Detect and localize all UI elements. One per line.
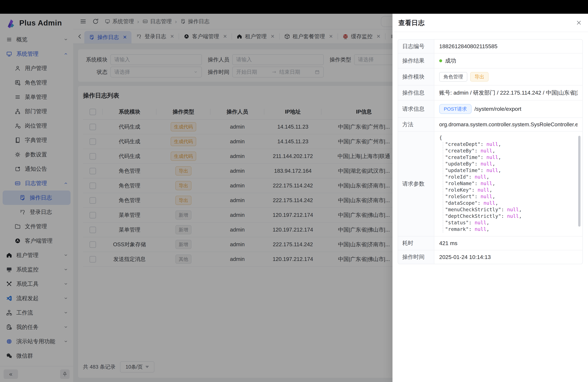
json-line: "updateBy": null,: [439, 161, 576, 167]
request-params-code-block[interactable]: { "createDept": null, "createBy": null, …: [434, 131, 583, 236]
json-line: "deptCheckStrictly": null,: [439, 213, 576, 219]
scrollbar-thumb[interactable]: [578, 136, 581, 227]
window-top-bar: [0, 0, 588, 14]
json-line: "createDept": null,: [439, 141, 576, 148]
success-dot-icon: [439, 59, 442, 62]
detail-row-info: 操作信息 账号: admin / 研发部门 / 222.175.114.242 …: [398, 85, 583, 101]
json-line: "roleKey": null,: [439, 187, 576, 193]
method-value: org.dromara.system.controller.system.Sys…: [439, 121, 578, 127]
log-id-value: 1882612840802115585: [439, 43, 498, 49]
json-line: "roleName": null,: [439, 180, 576, 187]
module-tag: 角色管理: [439, 72, 467, 82]
view-log-drawer: 查看日志 日志编号 1882612840802115585 操作结果 成功 操作…: [393, 14, 588, 382]
json-line: "updateTime": null,: [439, 167, 576, 174]
detail-row-params: 请求参数 { "createDept": null, "createBy": [398, 131, 583, 236]
json-line: "roleId": null,: [439, 174, 576, 180]
drawer-title: 查看日志: [398, 18, 424, 27]
detail-row-log-id: 日志编号 1882612840802115585: [398, 40, 583, 53]
json-line: "status": null,: [439, 219, 576, 226]
post-request-tag: POST请求: [439, 104, 472, 114]
json-line: "createBy": null,: [439, 148, 576, 154]
operation-info-value: 账号: admin / 研发部门 / 222.175.114.242 / 中国|…: [439, 89, 578, 97]
detail-row-result: 操作结果 成功: [398, 53, 583, 68]
json-line: {: [439, 134, 576, 141]
json-line: "dataScope": null,: [439, 200, 576, 206]
json-line: "roleSort": null,: [439, 193, 576, 200]
detail-row-request: 请求信息 POST请求 /system/role/export: [398, 101, 583, 118]
result-value: 成功: [445, 57, 456, 64]
json-line: "createTime": null,: [439, 154, 576, 161]
log-detail-table: 日志编号 1882612840802115585 操作结果 成功 操作模块 角色…: [398, 39, 583, 264]
request-url-value: /system/role/export: [475, 106, 521, 112]
drawer-body: 日志编号 1882612840802115585 操作结果 成功 操作模块 角色…: [393, 32, 588, 271]
json-line: "remark": null,: [439, 226, 576, 233]
action-tag: 导出: [470, 72, 488, 82]
drawer-header: 查看日志: [393, 14, 588, 32]
app-window: Plus Admin 概览 系统管理 用户管理 角色管理 菜单管理 部门管理 岗…: [0, 0, 588, 382]
json-line: "menuCheckStrictly": null,: [439, 206, 576, 213]
duration-value: 421 ms: [439, 240, 458, 246]
detail-row-method: 方法 org.dromara.system.controller.system.…: [398, 118, 583, 131]
detail-row-module: 操作模块 角色管理 导出: [398, 68, 583, 85]
operation-time-value: 2025-01-24 10:14:13: [439, 254, 491, 260]
close-icon[interactable]: [576, 20, 582, 26]
detail-row-duration: 耗时 421 ms: [398, 236, 583, 250]
detail-row-time: 操作时间 2025-01-24 10:14:13: [398, 250, 583, 264]
